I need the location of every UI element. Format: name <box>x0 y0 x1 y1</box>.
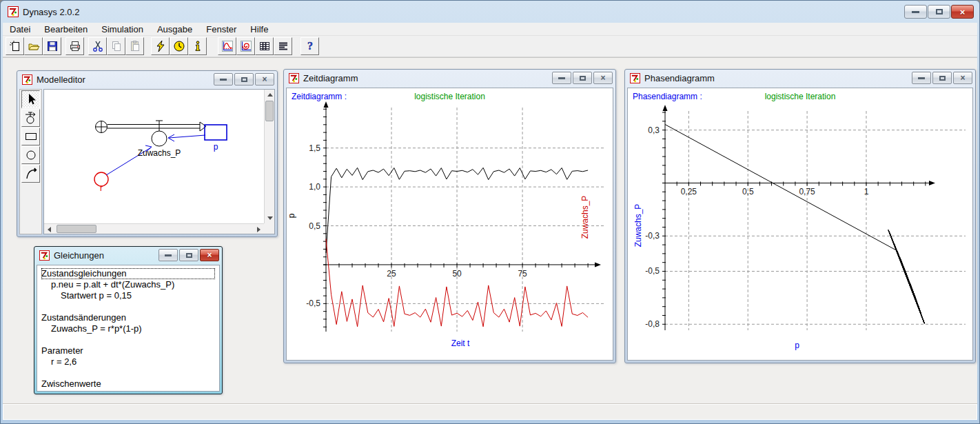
zeit-chart-title: logistische Iteration <box>368 92 531 101</box>
equation-line[interactable]: Startwert p = 0,15 <box>41 290 215 301</box>
new-document-button[interactable] <box>6 37 24 55</box>
phasendiagramm-window: Phasendiagramm × Phasendiagramm : logist… <box>624 69 976 363</box>
model-canvas[interactable]: Zuwachs_P p r <box>44 90 264 223</box>
connector-tool-button[interactable] <box>21 165 40 183</box>
phasendiagramm-minimize-button[interactable] <box>912 72 931 84</box>
scroll-down-button[interactable] <box>265 213 275 223</box>
copy-icon <box>110 40 123 52</box>
time-chart-button[interactable] <box>218 37 236 55</box>
horizontal-scroll-thumb[interactable] <box>57 225 96 233</box>
dynasys-app-icon <box>22 74 32 85</box>
scroll-up-button[interactable] <box>265 90 275 100</box>
copy-button <box>107 37 125 55</box>
zeitdiagramm-minimize-button[interactable] <box>552 72 571 84</box>
equation-section-heading[interactable]: Parameter <box>41 345 215 356</box>
run-simulation-button[interactable] <box>151 37 170 55</box>
modelleditor-maximize-button[interactable] <box>234 73 254 85</box>
scroll-left-button[interactable] <box>44 224 54 234</box>
phase-chart-button[interactable] <box>236 37 255 55</box>
equation-section-heading[interactable]: Zustandsgleichungen <box>41 268 215 279</box>
dynasys-main-window: Dynasys 2.0.2 × Datei Bearbeiten Simulat… <box>0 0 980 424</box>
constant-tool-icon <box>24 148 38 162</box>
equation-blank-line <box>41 301 215 312</box>
dynasys-app-icon <box>8 6 19 17</box>
lightning-icon <box>154 40 167 52</box>
flow-tool-icon <box>24 111 38 125</box>
pointer-tool-button[interactable] <box>21 90 40 108</box>
dynasys-app-icon <box>289 73 299 83</box>
flow-tool-button[interactable] <box>21 109 40 127</box>
phase-xaxis-label: p <box>665 341 929 350</box>
equation-line[interactable]: Zuwachs_P = r*p*(1-p) <box>41 323 215 334</box>
stock-tool-button[interactable] <box>21 128 40 145</box>
flow-label: Zuwachs_P <box>138 148 181 158</box>
equation-section-heading[interactable]: Zwischenwerte <box>41 378 215 390</box>
toolbar: ? <box>3 36 977 57</box>
svg-text:?: ? <box>307 40 313 52</box>
stock-p-shape[interactable] <box>205 125 227 140</box>
vertical-scrollbar[interactable] <box>264 90 274 223</box>
model-tool-palette <box>19 89 42 234</box>
menu-datei[interactable]: Datei <box>3 23 37 36</box>
info-icon <box>192 40 204 52</box>
maximize-button[interactable] <box>928 5 950 19</box>
help-button[interactable]: ? <box>300 37 319 55</box>
stock-label: p <box>214 142 218 152</box>
open-folder-icon <box>28 40 40 52</box>
print-button[interactable] <box>65 37 84 55</box>
phase-yaxis-label: Zuwachs_P <box>633 204 643 248</box>
simulation-time-button[interactable] <box>170 37 188 55</box>
svg-text:1,0: 1,0 <box>309 182 320 192</box>
minimize-button[interactable] <box>904 5 927 19</box>
pointer-icon <box>24 92 38 106</box>
svg-text:0,25: 0,25 <box>681 187 697 196</box>
modelleditor-close-button[interactable]: × <box>255 73 274 85</box>
gleichungen-maximize-button[interactable] <box>179 249 198 261</box>
vertical-scroll-thumb[interactable] <box>265 101 274 121</box>
horizontal-scrollbar[interactable] <box>44 223 264 234</box>
gleichungen-title-bar[interactable]: Gleichungen × <box>34 247 222 264</box>
modelleditor-title: Modelleditor <box>37 74 85 85</box>
zeitdiagramm-title: Zeitdiagramm <box>303 73 358 83</box>
scroll-right-button[interactable] <box>254 224 264 234</box>
equation-blank-line <box>41 367 215 378</box>
model-diagram: Zuwachs_P p r <box>44 90 264 215</box>
menu-simulation[interactable]: Simulation <box>94 23 150 36</box>
gleichungen-minimize-button[interactable] <box>159 249 178 261</box>
zeitdiagramm-close-button[interactable]: × <box>593 72 613 84</box>
open-button[interactable] <box>24 37 43 55</box>
equations-list[interactable]: Zustandsgleichungen p.neu = p.alt + dt*(… <box>37 265 220 392</box>
resize-grip[interactable] <box>264 223 274 234</box>
equation-line[interactable]: r = 2,6 <box>41 356 215 367</box>
table-button[interactable] <box>255 37 274 55</box>
protocol-button[interactable] <box>274 37 292 55</box>
equation-line[interactable]: p.neu = p.alt + dt*(Zuwachs_P) <box>41 279 215 290</box>
cut-button[interactable] <box>88 37 107 55</box>
menu-bearbeiten[interactable]: Bearbeiten <box>37 23 94 36</box>
main-title-bar[interactable]: Dynasys 2.0.2 × <box>1 1 979 23</box>
gleichungen-title: Gleichungen <box>54 250 104 261</box>
info-button[interactable] <box>188 37 207 55</box>
constant-tool-button[interactable] <box>21 146 40 164</box>
mdi-client-area: Modelleditor × <box>3 57 977 404</box>
phasendiagramm-title-bar[interactable]: Phasendiagramm × <box>625 70 975 87</box>
svg-text:0,75: 0,75 <box>799 187 815 196</box>
phasendiagramm-maximize-button[interactable] <box>932 72 952 84</box>
modelleditor-title-bar[interactable]: Modelleditor × <box>17 71 277 88</box>
menu-ausgabe[interactable]: Ausgabe <box>150 23 199 36</box>
zeit-chart-canvas: 2550751,51,00,5-0,5 <box>287 88 614 360</box>
svg-text:75: 75 <box>518 269 527 279</box>
zeitdiagramm-maximize-button[interactable] <box>573 72 592 84</box>
model-canvas-frame: Zuwachs_P p r <box>43 89 275 234</box>
phasendiagramm-close-button[interactable]: × <box>953 72 972 84</box>
equation-section-heading[interactable]: Zustandsänderungen <box>41 312 215 323</box>
dynasys-app-icon <box>39 250 50 261</box>
close-button[interactable]: × <box>951 5 974 19</box>
modelleditor-minimize-button[interactable] <box>214 73 233 85</box>
zeitdiagramm-title-bar[interactable]: Zeitdiagramm × <box>284 70 615 87</box>
menu-fenster[interactable]: Fenster <box>199 23 243 36</box>
menu-hilfe[interactable]: Hilfe <box>243 23 275 36</box>
gleichungen-close-button[interactable]: × <box>200 249 219 261</box>
menu-bar: Datei Bearbeiten Simulation Ausgabe Fens… <box>3 23 977 36</box>
save-button[interactable] <box>43 37 61 55</box>
